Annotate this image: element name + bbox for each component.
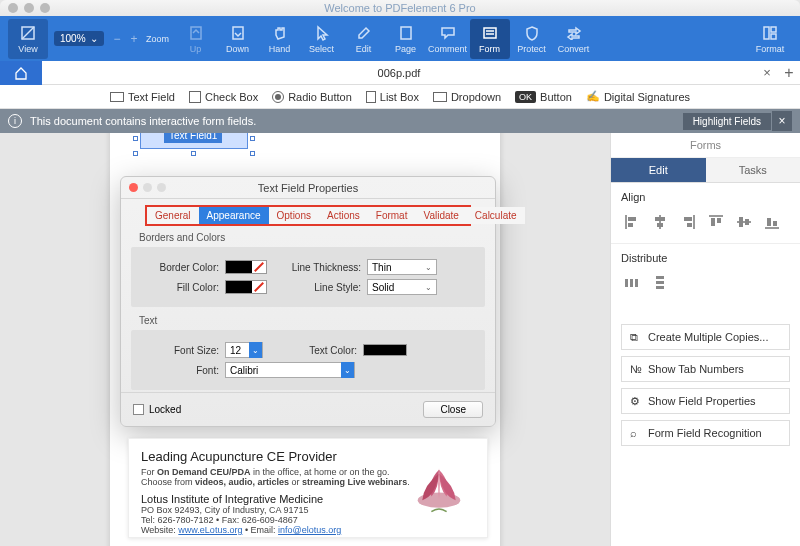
page-tool[interactable]: Page [386,19,426,59]
zoom-tool[interactable]: Zoom [142,19,174,59]
chevron-down-icon: ⌄ [90,33,98,44]
svg-rect-22 [711,218,715,226]
distribute-h-icon[interactable] [621,272,643,294]
dialog-close-dot[interactable] [129,183,138,192]
shield-icon [523,24,541,42]
svg-rect-3 [233,27,243,39]
svg-rect-34 [656,281,664,284]
show-tab-numbers[interactable]: №Show Tab Numbers [621,356,790,382]
locked-checkbox[interactable] [133,404,144,415]
line-thickness-select[interactable]: Thin⌄ [367,259,437,275]
text-color-picker[interactable] [363,344,407,356]
tab-calculate[interactable]: Calculate [467,207,525,224]
home-button[interactable] [0,61,42,85]
ribbon-toolbar: View 100%⌄ − + Zoom Up Down Hand Select … [0,16,800,61]
down-tool[interactable]: Down [218,19,258,59]
show-field-properties[interactable]: ⚙Show Field Properties [621,388,790,414]
svg-rect-30 [625,279,628,287]
zoom-in-button[interactable]: + [127,32,142,46]
protect-tool[interactable]: Protect [512,19,552,59]
svg-rect-29 [773,221,777,226]
fill-color-picker[interactable] [225,280,267,294]
edit-icon [355,24,373,42]
button-tool[interactable]: OKButton [515,91,572,103]
maximize-dot[interactable] [40,3,50,13]
edit-tool[interactable]: Edit [344,19,384,59]
list-box-tool[interactable]: List Box [366,91,419,103]
text-field-icon [110,92,124,102]
fill-color-label: Fill Color: [141,282,219,293]
line-style-select[interactable]: Solid⌄ [367,279,437,295]
format-tool[interactable]: Format [750,19,790,59]
svg-rect-10 [771,27,776,32]
align-left-icon[interactable] [621,211,643,233]
convert-tool[interactable]: Convert [554,19,594,59]
cursor-icon [313,24,331,42]
select-tool[interactable]: Select [302,19,342,59]
app-title: Welcome to PDFelement 6 Pro [324,2,475,14]
dialog-tabs-highlight: General Appearance Options Actions Forma… [145,205,471,226]
font-size-select[interactable]: 12⌄ [225,342,263,358]
text-section: Font Size: 12⌄ Text Color: Font: Calibri… [131,330,485,390]
tab-options[interactable]: Options [269,207,319,224]
info-message: This document contains interactive form … [30,115,256,127]
convert-icon [565,24,583,42]
minimize-dot[interactable] [24,3,34,13]
infobar-close-button[interactable]: × [772,111,792,131]
tab-format[interactable]: Format [368,207,416,224]
zoom-dropdown[interactable]: 100%⌄ [54,31,104,46]
svg-line-1 [22,27,34,39]
tab-edit[interactable]: Edit [611,158,706,183]
svg-rect-16 [655,217,665,221]
close-tab-button[interactable]: × [756,65,778,80]
highlight-fields-button[interactable]: Highlight Fields [683,113,771,130]
numbers-icon: № [630,363,642,375]
radio-button-tool[interactable]: Radio Button [272,91,352,103]
zoom-group: 100%⌄ − + [50,31,142,46]
tab-tasks[interactable]: Tasks [706,158,801,183]
form-tool[interactable]: Form [470,19,510,59]
comment-tool[interactable]: Comment [428,19,468,59]
font-select[interactable]: Calibri⌄ [225,362,355,378]
email-link[interactable]: info@elotus.org [278,525,341,535]
dialog-min-dot[interactable] [143,183,152,192]
tab-general[interactable]: General [147,207,199,224]
view-icon [19,24,37,42]
close-button[interactable]: Close [423,401,483,418]
new-tab-button[interactable]: + [778,64,800,82]
align-top-icon[interactable] [705,211,727,233]
format-icon [761,24,779,42]
svg-rect-25 [739,217,743,227]
listbox-icon [366,91,376,103]
website-link[interactable]: www.eLotus.org [178,525,242,535]
lotus-image [401,447,477,523]
dialog-titlebar[interactable]: Text Field Properties [121,177,495,199]
zoom-out-button[interactable]: − [110,32,125,46]
dialog-title: Text Field Properties [258,182,358,194]
svg-rect-6 [484,28,496,38]
align-bottom-icon[interactable] [761,211,783,233]
dialog-max-dot[interactable] [157,183,166,192]
align-center-h-icon[interactable] [649,211,671,233]
up-tool[interactable]: Up [176,19,216,59]
tab-validate[interactable]: Validate [415,207,466,224]
tab-actions[interactable]: Actions [319,207,368,224]
digital-signatures-tool[interactable]: ✍Digital Signatures [586,90,690,103]
view-tool[interactable]: View [8,19,48,59]
align-right-icon[interactable] [677,211,699,233]
svg-rect-2 [191,27,201,39]
border-color-picker[interactable] [225,260,267,274]
close-dot[interactable] [8,3,18,13]
document-filename[interactable]: 006p.pdf [42,67,756,79]
svg-rect-32 [635,279,638,287]
distribute-v-icon[interactable] [649,272,671,294]
create-multiple-copies[interactable]: ⧉Create Multiple Copies... [621,324,790,350]
dropdown-tool[interactable]: Dropdown [433,91,501,103]
hand-tool[interactable]: Hand [260,19,300,59]
check-box-tool[interactable]: Check Box [189,91,258,103]
field-label[interactable]: Text Field1 [164,133,222,143]
tab-appearance[interactable]: Appearance [199,207,269,224]
align-center-v-icon[interactable] [733,211,755,233]
text-field-tool[interactable]: Text Field [110,91,175,103]
form-field-recognition[interactable]: ⌕Form Field Recognition [621,420,790,446]
